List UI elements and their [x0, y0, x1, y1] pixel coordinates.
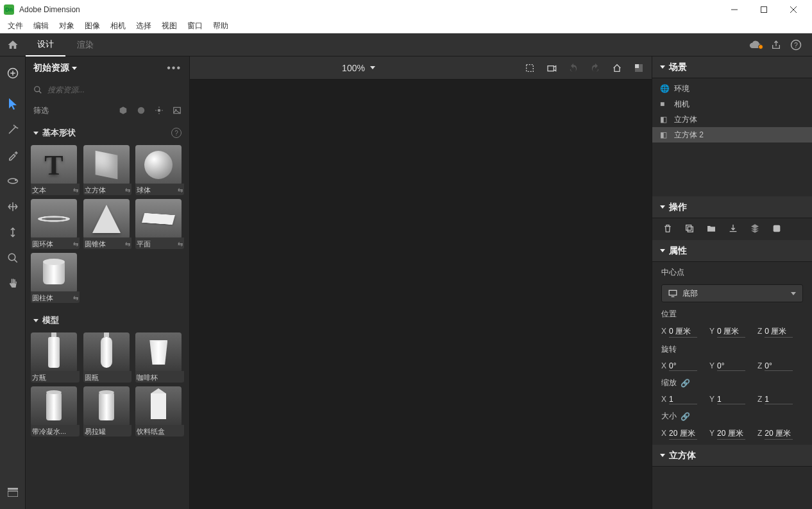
magic-wand-tool[interactable] [0, 117, 26, 142]
share-icon[interactable] [771, 40, 781, 50]
scene-item-cube-1[interactable]: ◧立方体 [652, 112, 812, 127]
filter-lights-icon[interactable] [155, 106, 164, 115]
assets-panel-title[interactable]: 初始资源 [33, 62, 77, 74]
scale-y-input[interactable]: 1 [717, 395, 745, 404]
scale-x-input[interactable]: 1 [669, 395, 697, 404]
pan-tool[interactable] [0, 194, 26, 220]
cloud-sync-warning-icon[interactable] [749, 40, 762, 49]
layout-toggle-button[interactable] [0, 479, 26, 505]
properties-panel-header[interactable]: 属性 [652, 240, 812, 262]
render-preview-icon[interactable] [634, 63, 644, 73]
size-z-input[interactable]: 20 厘米 [765, 428, 793, 440]
duplicate-icon[interactable] [684, 223, 695, 234]
scene-item-environment[interactable]: 🌐环境 [652, 81, 812, 96]
delete-icon[interactable] [663, 223, 673, 234]
menu-object[interactable]: 对象 [54, 19, 80, 33]
scene-panel-header[interactable]: 场景 [652, 56, 812, 78]
filter-images-icon[interactable] [173, 106, 182, 115]
svg-rect-13 [8, 488, 18, 490]
canvas-frame-icon[interactable] [525, 63, 535, 73]
actions-row [652, 218, 812, 240]
camera-home-icon[interactable] [612, 63, 622, 73]
pivot-select[interactable]: 底部 [661, 284, 803, 302]
filter-models-icon[interactable] [119, 106, 128, 115]
asset-text[interactable]: T文本⇆ [31, 145, 80, 195]
pivot-label: 中心点 [661, 267, 803, 278]
svg-rect-14 [8, 491, 18, 497]
section-models-header[interactable]: 模型 [31, 311, 184, 330]
actions-panel-header[interactable]: 操作 [652, 196, 812, 218]
position-x-input[interactable]: 0 厘米 [669, 326, 697, 338]
camera-undo-icon[interactable] [568, 63, 579, 73]
asset-coffee-cup[interactable]: 咖啡杯 [135, 332, 184, 383]
scene-item-camera[interactable]: ■相机 [652, 96, 812, 112]
asset-round-bottle[interactable]: 圆瓶 [83, 332, 132, 383]
assets-panel-more-button[interactable]: ••• [167, 62, 182, 74]
window-close-button[interactable] [779, 0, 808, 19]
menu-help[interactable]: 帮助 [208, 19, 233, 33]
asset-torus[interactable]: 圆环体⇆ [31, 199, 80, 249]
app-title: Adobe Dimension [19, 5, 80, 14]
window-minimize-button[interactable] [720, 0, 749, 19]
filter-materials-icon[interactable] [137, 106, 146, 115]
ground-icon[interactable] [728, 223, 738, 234]
rotation-z-input[interactable]: 0° [765, 361, 793, 371]
rotation-x-input[interactable]: 0° [669, 361, 697, 371]
asset-cone[interactable]: 圆锥体⇆ [83, 199, 132, 249]
link-icon[interactable]: 🔗 [681, 412, 690, 421]
asset-plane[interactable]: 平面⇆ [135, 199, 184, 249]
note-icon[interactable] [772, 223, 782, 234]
menu-view[interactable]: 视图 [156, 19, 182, 33]
tab-design[interactable]: 设计 [26, 33, 65, 56]
section-shapes-header[interactable]: 基本形状 ? [31, 123, 184, 142]
position-label: 位置 [661, 309, 803, 320]
orbit-tool[interactable] [0, 168, 26, 194]
svg-point-18 [158, 109, 161, 112]
app-icon: Dn [4, 4, 14, 15]
hand-tool[interactable] [0, 271, 26, 297]
menu-file[interactable]: 文件 [3, 19, 28, 33]
object-panel-header[interactable]: 立方体 [652, 445, 812, 467]
asset-sphere[interactable]: 球体⇆ [135, 145, 184, 195]
position-z-input[interactable]: 0 厘米 [765, 326, 793, 338]
menu-edit[interactable]: 编辑 [28, 19, 54, 33]
zoom-tool[interactable] [0, 245, 26, 271]
asset-cylinder[interactable]: 圆柱体⇆ [31, 253, 80, 303]
right-panels: 场景 🌐环境 ■相机 ◧立方体 ◧立方体 2 操作 属性 中心点 [652, 56, 812, 509]
zoom-dropdown[interactable]: 100% [342, 63, 375, 73]
rotation-y-input[interactable]: 0° [717, 361, 745, 371]
position-y-input[interactable]: 0 厘米 [717, 326, 745, 338]
asset-carton[interactable]: 饮料纸盒 [135, 386, 184, 436]
folder-icon[interactable] [706, 223, 716, 234]
menu-select[interactable]: 选择 [131, 19, 156, 33]
scene-item-cube-2[interactable]: ◧立方体 2 [652, 127, 812, 142]
help-icon[interactable]: ? [790, 39, 802, 51]
camera-bookmark-icon[interactable] [546, 63, 557, 73]
home-button[interactable] [0, 33, 26, 56]
camera-redo-icon[interactable] [590, 63, 600, 73]
scene-list: 🌐环境 ■相机 ◧立方体 ◧立方体 2 [652, 78, 812, 145]
link-icon[interactable]: 🔗 [681, 379, 690, 388]
size-x-input[interactable]: 20 厘米 [669, 428, 697, 440]
asset-cold-can[interactable]: 带冷凝水... [31, 386, 80, 436]
scale-z-input[interactable]: 1 [765, 395, 793, 404]
section-help-icon[interactable]: ? [171, 128, 182, 138]
asset-can[interactable]: 易拉罐 [83, 386, 132, 436]
asset-cube[interactable]: 立方体⇆ [83, 145, 132, 195]
asset-square-bottle[interactable]: 方瓶 [31, 332, 80, 383]
menu-window[interactable]: 窗口 [182, 19, 208, 33]
sampler-tool[interactable] [0, 142, 26, 168]
canvas-toolbar: 100% [190, 56, 652, 80]
select-tool[interactable] [0, 91, 26, 117]
menu-image[interactable]: 图像 [80, 19, 105, 33]
align-icon[interactable] [750, 223, 760, 234]
add-content-button[interactable] [0, 60, 26, 86]
window-maximize-button[interactable] [749, 0, 779, 19]
canvas-viewport[interactable] [190, 80, 652, 509]
dolly-tool[interactable] [0, 220, 26, 245]
search-input[interactable] [47, 85, 182, 94]
tab-render[interactable]: 渲染 [65, 33, 105, 56]
filter-label: 筛选 [33, 105, 49, 116]
menu-camera[interactable]: 相机 [105, 19, 131, 33]
size-y-input[interactable]: 20 厘米 [717, 428, 745, 440]
